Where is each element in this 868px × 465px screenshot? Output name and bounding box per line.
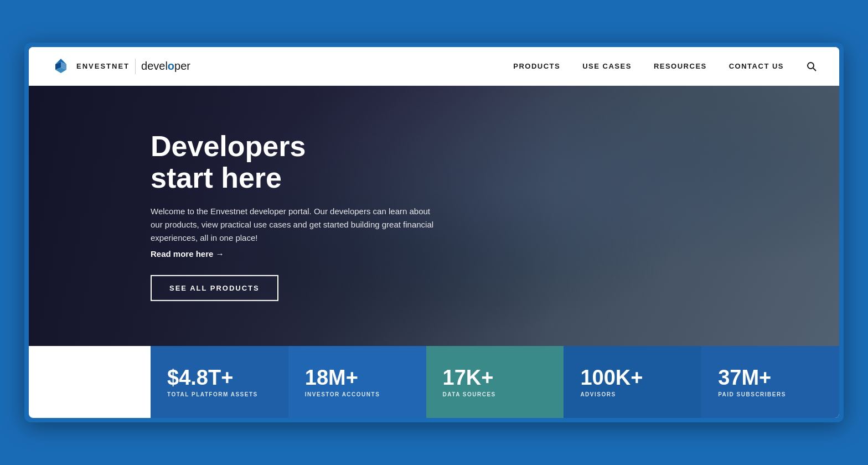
navbar: ENVESTNET developer PRODUCTS USE CASES R… [29, 47, 839, 86]
stat-number-advisors: 100K+ [580, 367, 685, 388]
stat-label-paid-subscribers: PAID SUBSCRIBERS [718, 391, 823, 397]
stat-number-paid-subscribers: 37M+ [718, 367, 823, 388]
stat-label-advisors: ADVISORS [580, 391, 685, 397]
website: ENVESTNET developer PRODUCTS USE CASES R… [29, 47, 839, 418]
stat-number-data-sources: 17K+ [443, 367, 547, 388]
svg-point-0 [808, 63, 814, 69]
stat-advisors: 100K+ ADVISORS [564, 346, 701, 418]
envestnet-logo-icon [51, 56, 71, 76]
logo-developer-text: developer [141, 60, 190, 73]
browser-frame: ENVESTNET developer PRODUCTS USE CASES R… [24, 43, 844, 422]
stat-label-platform-assets: TOTAL PLATFORM ASSETS [167, 391, 272, 397]
see-all-products-button[interactable]: SEE ALL PRODUCTS [151, 275, 278, 301]
stat-total-platform-assets: $4.8T+ TOTAL PLATFORM ASSETS [151, 346, 288, 418]
hero-title: Developersstart here [151, 131, 438, 194]
stats-bar: $4.8T+ TOTAL PLATFORM ASSETS 18M+ INVEST… [151, 346, 839, 418]
nav-link-resources[interactable]: RESOURCES [654, 62, 707, 70]
svg-line-1 [813, 68, 816, 71]
stat-paid-subscribers: 37M+ PAID SUBSCRIBERS [701, 346, 839, 418]
stat-investor-accounts: 18M+ INVESTOR ACCOUNTS [288, 346, 426, 418]
stat-label-investor-accounts: INVESTOR ACCOUNTS [305, 391, 410, 397]
hero-section: Developersstart here Welcome to the Enve… [29, 86, 839, 346]
hero-content: Developersstart here Welcome to the Enve… [151, 131, 438, 301]
nav-link-use-cases[interactable]: USE CASES [582, 62, 632, 70]
logo-envestnet-text: ENVESTNET [76, 62, 130, 70]
stat-label-data-sources: DATA SOURCES [443, 391, 547, 397]
nav-link-contact-us[interactable]: CONTACT US [729, 62, 784, 70]
logo-text: ENVESTNET developer [76, 59, 190, 74]
nav-links: PRODUCTS USE CASES RESOURCES CONTACT US [513, 61, 817, 72]
stat-number-investor-accounts: 18M+ [305, 367, 410, 388]
hero-description: Welcome to the Envestnet developer porta… [151, 205, 438, 245]
nav-link-products[interactable]: PRODUCTS [513, 62, 560, 70]
logo-divider [135, 59, 136, 74]
logo: ENVESTNET developer [51, 56, 190, 76]
search-icon[interactable] [806, 61, 817, 72]
stat-number-platform-assets: $4.8T+ [167, 367, 272, 388]
stat-data-sources: 17K+ DATA SOURCES [426, 346, 564, 418]
read-more-link[interactable]: Read more here → [151, 249, 224, 259]
